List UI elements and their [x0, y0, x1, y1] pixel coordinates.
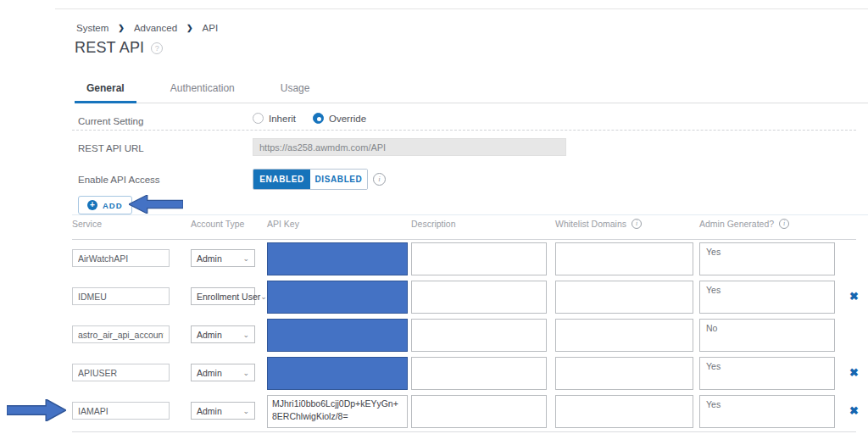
add-button[interactable]: + ADD — [78, 196, 132, 214]
api-key-field[interactable] — [267, 242, 408, 275]
enable-api-access-toggle: ENABLED DISABLED — [253, 169, 368, 190]
account-type-value: Admin — [197, 253, 222, 264]
chevron-down-icon: ⌄ — [242, 407, 249, 415]
service-input[interactable] — [72, 364, 170, 381]
header-account-type: Account Type — [191, 219, 244, 229]
radio-override-label: Override — [329, 114, 366, 124]
service-input[interactable] — [72, 287, 170, 305]
account-type-select[interactable]: Admin ⌄ — [191, 402, 255, 420]
table-row: Admin ⌄ Yes ✖ — [72, 354, 868, 392]
info-icon[interactable]: i — [779, 219, 789, 229]
header-admin-generated: Admin Generated?i — [699, 219, 789, 229]
service-input[interactable] — [72, 249, 170, 267]
account-type-value: Admin — [197, 406, 222, 416]
arrow-to-add-button-icon — [129, 195, 183, 214]
whitelist-domains-field[interactable] — [555, 357, 693, 390]
chevron-down-icon: ⌄ — [242, 369, 249, 377]
description-field[interactable] — [411, 319, 547, 352]
admin-generated-value: Yes — [699, 242, 835, 275]
account-type-select[interactable]: Admin ⌄ — [191, 249, 255, 267]
table-bottom-divider — [72, 431, 856, 432]
description-field[interactable] — [411, 395, 547, 428]
admin-generated-value: Yes — [699, 395, 835, 428]
delete-row-icon[interactable]: ✖ — [849, 366, 859, 380]
chevron-right-icon: ❯ — [118, 24, 125, 32]
whitelist-domains-field[interactable] — [555, 281, 693, 314]
chevron-down-icon: ⌄ — [260, 292, 267, 301]
tab-authentication[interactable]: Authentication — [159, 79, 247, 103]
rest-api-url-input[interactable] — [253, 138, 566, 156]
chevron-down-icon: ⌄ — [242, 331, 249, 339]
add-button-label: ADD — [103, 201, 123, 210]
radio-override[interactable]: Override — [313, 113, 366, 124]
header-api-key: API Key — [267, 219, 299, 229]
header-service: Service — [72, 219, 102, 229]
service-input[interactable] — [72, 402, 170, 420]
current-setting-label: Current Setting — [78, 116, 143, 126]
account-type-select[interactable]: Enrollment User ⌄ — [191, 287, 255, 305]
table-row: Enrollment User ⌄ Yes ✖ — [72, 278, 868, 316]
breadcrumb-advanced[interactable]: Advanced — [134, 23, 177, 33]
whitelist-domains-field[interactable] — [555, 395, 693, 428]
header-whitelist-domains: Whitelist Domainsi — [555, 219, 642, 229]
breadcrumb-api[interactable]: API — [203, 23, 219, 33]
table-row: Admin ⌄ Yes ✖ — [72, 240, 868, 278]
admin-generated-value: Yes — [699, 281, 835, 314]
top-divider — [55, 8, 868, 9]
description-field[interactable] — [411, 357, 547, 390]
tab-general[interactable]: General — [75, 79, 136, 103]
radio-unselected-icon — [253, 113, 264, 124]
info-icon[interactable]: i — [373, 173, 386, 186]
account-type-value: Admin — [197, 368, 222, 378]
disabled-button[interactable]: DISABLED — [310, 170, 367, 189]
account-type-select[interactable]: Admin ⌄ — [191, 364, 255, 381]
radio-inherit-label: Inherit — [269, 114, 296, 124]
current-setting-radio-group: Inherit Override — [253, 113, 366, 124]
tab-bar: General Authentication Usage — [75, 79, 868, 103]
arrow-to-iamapi-row-icon — [7, 399, 66, 421]
breadcrumb-system[interactable]: System — [76, 23, 108, 33]
radio-selected-icon — [313, 113, 324, 124]
admin-generated-value: No — [699, 319, 835, 352]
info-icon[interactable]: i — [632, 219, 642, 229]
plus-icon: + — [87, 200, 97, 210]
help-icon[interactable]: ? — [151, 42, 163, 54]
whitelist-domains-field[interactable] — [555, 319, 693, 352]
chevron-down-icon: ⌄ — [242, 254, 249, 263]
enabled-button[interactable]: ENABLED — [253, 170, 310, 189]
breadcrumb: System ❯ Advanced ❯ API — [76, 23, 218, 33]
chevron-right-icon: ❯ — [186, 24, 193, 32]
delete-row-icon[interactable]: ✖ — [849, 290, 859, 303]
section-divider — [72, 130, 856, 131]
table-header: Service Account Type API Key Description… — [72, 219, 856, 239]
api-key-field[interactable] — [267, 319, 408, 352]
account-type-select[interactable]: Admin ⌄ — [191, 325, 255, 343]
description-field[interactable] — [411, 281, 547, 314]
account-type-value: Enrollment User — [197, 292, 260, 302]
api-accounts-body: Admin ⌄ Yes ✖ Enrollment User ⌄ Yes ✖ Ad… — [72, 240, 868, 431]
header-description: Description — [411, 219, 456, 229]
delete-row-icon[interactable]: ✖ — [849, 404, 859, 418]
api-key-field[interactable]: MJhri1i0bbo6Lcjj0Dp+kEYyGn+8ERChlwigKiol… — [267, 395, 408, 428]
admin-generated-value: Yes — [699, 357, 835, 390]
description-field[interactable] — [411, 242, 547, 275]
service-input[interactable] — [72, 325, 170, 343]
tab-usage[interactable]: Usage — [269, 79, 322, 103]
table-top-divider — [72, 214, 868, 215]
rest-api-url-label: REST API URL — [78, 143, 144, 153]
enable-api-access-label: Enable API Access — [78, 175, 160, 185]
title-row: REST API ? — [75, 39, 163, 57]
page-title: REST API — [75, 39, 144, 57]
account-type-value: Admin — [197, 330, 222, 340]
table-row: Admin ⌄ No ✖ — [72, 316, 868, 354]
api-key-field[interactable] — [267, 281, 408, 314]
radio-inherit[interactable]: Inherit — [253, 113, 296, 124]
table-row: Admin ⌄ MJhri1i0bbo6Lcjj0Dp+kEYyGn+8ERCh… — [72, 392, 868, 431]
api-key-field[interactable] — [267, 357, 408, 390]
whitelist-domains-field[interactable] — [555, 242, 693, 275]
